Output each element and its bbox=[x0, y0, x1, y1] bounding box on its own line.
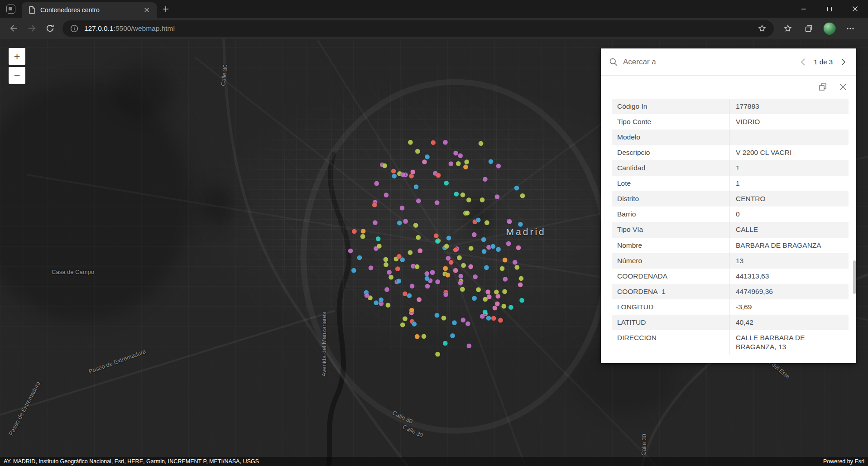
container-dot[interactable] bbox=[453, 151, 458, 156]
container-dot[interactable] bbox=[435, 279, 440, 284]
container-dot[interactable] bbox=[501, 304, 506, 309]
container-dot[interactable] bbox=[417, 248, 422, 253]
container-dot[interactable] bbox=[506, 241, 511, 246]
browser-tab[interactable]: Contenedores centro bbox=[22, 2, 157, 18]
container-dot[interactable] bbox=[480, 197, 484, 202]
bookmark-page-icon[interactable] bbox=[758, 24, 767, 33]
container-dot[interactable] bbox=[461, 263, 466, 268]
container-dot[interactable] bbox=[520, 193, 525, 198]
container-dot[interactable] bbox=[448, 161, 453, 166]
container-dot[interactable] bbox=[415, 264, 420, 269]
container-dot[interactable] bbox=[507, 219, 512, 224]
container-dot[interactable] bbox=[498, 318, 503, 323]
container-dot[interactable] bbox=[385, 303, 390, 307]
close-window-button[interactable] bbox=[842, 0, 868, 18]
container-dot[interactable] bbox=[384, 262, 388, 267]
container-dot[interactable] bbox=[494, 289, 499, 294]
close-popup-button[interactable] bbox=[839, 83, 847, 91]
container-dot[interactable] bbox=[416, 198, 421, 203]
container-dot[interactable] bbox=[460, 192, 465, 197]
container-dot[interactable] bbox=[374, 181, 379, 186]
container-dot[interactable] bbox=[463, 164, 468, 169]
container-dot[interactable] bbox=[503, 277, 508, 282]
container-dot[interactable] bbox=[458, 153, 463, 158]
dock-popup-button[interactable] bbox=[818, 82, 827, 91]
container-dot[interactable] bbox=[379, 298, 384, 303]
container-dot[interactable] bbox=[464, 159, 469, 164]
container-dot[interactable] bbox=[503, 258, 508, 263]
container-dot[interactable] bbox=[444, 181, 449, 186]
container-dot[interactable] bbox=[409, 307, 414, 312]
container-dot[interactable] bbox=[450, 333, 455, 338]
container-dot[interactable] bbox=[482, 249, 487, 254]
container-dot[interactable] bbox=[496, 247, 501, 252]
collections-button[interactable] bbox=[800, 20, 817, 37]
powered-by-esri-link[interactable]: Powered by Esri bbox=[823, 458, 864, 465]
container-dot[interactable] bbox=[489, 159, 494, 164]
container-dot[interactable] bbox=[481, 237, 486, 242]
container-dot[interactable] bbox=[388, 275, 393, 280]
container-dot[interactable] bbox=[443, 266, 448, 271]
container-dot[interactable] bbox=[443, 140, 448, 145]
container-dot[interactable] bbox=[430, 270, 435, 275]
container-dot[interactable] bbox=[417, 297, 422, 302]
container-dot[interactable] bbox=[415, 334, 420, 339]
container-dot[interactable] bbox=[518, 282, 523, 287]
container-dot[interactable] bbox=[484, 265, 489, 270]
container-dot[interactable] bbox=[412, 322, 417, 327]
container-dot[interactable] bbox=[458, 281, 463, 286]
container-dot[interactable] bbox=[443, 292, 448, 297]
container-dot[interactable] bbox=[514, 265, 519, 270]
container-dot[interactable] bbox=[441, 316, 446, 321]
container-dot[interactable] bbox=[473, 274, 478, 279]
container-dot[interactable] bbox=[445, 273, 450, 278]
container-dot[interactable] bbox=[387, 270, 392, 275]
next-feature-button[interactable] bbox=[838, 57, 848, 67]
container-dot[interactable] bbox=[469, 246, 474, 251]
container-dot[interactable] bbox=[446, 235, 451, 240]
container-dot[interactable] bbox=[415, 149, 420, 154]
container-dot[interactable] bbox=[466, 343, 471, 348]
container-dot[interactable] bbox=[410, 169, 415, 174]
container-dot[interactable] bbox=[401, 172, 406, 177]
container-dot[interactable] bbox=[376, 236, 381, 241]
container-dot[interactable] bbox=[456, 161, 461, 166]
container-dot[interactable] bbox=[416, 235, 421, 240]
container-dot[interactable] bbox=[397, 254, 402, 259]
container-dot[interactable] bbox=[483, 177, 488, 182]
previous-feature-button[interactable] bbox=[798, 57, 808, 67]
workspaces-button[interactable] bbox=[0, 0, 22, 18]
container-dot[interactable] bbox=[484, 220, 489, 225]
container-dot[interactable] bbox=[434, 313, 439, 318]
container-dot[interactable] bbox=[519, 298, 524, 303]
container-dot[interactable] bbox=[369, 265, 374, 270]
container-dot[interactable] bbox=[453, 247, 458, 252]
container-dot[interactable] bbox=[490, 244, 495, 249]
container-dot[interactable] bbox=[466, 197, 471, 202]
container-dot[interactable] bbox=[408, 250, 412, 255]
container-dot[interactable] bbox=[413, 223, 418, 228]
container-dot[interactable] bbox=[483, 297, 488, 302]
container-dot[interactable] bbox=[383, 257, 388, 262]
map-canvas[interactable]: MadridCasa de CampoAvenida del Manzanare… bbox=[0, 39, 868, 466]
container-dot[interactable] bbox=[514, 186, 519, 191]
container-dot[interactable] bbox=[485, 289, 490, 294]
container-dot[interactable] bbox=[408, 140, 413, 145]
minimize-button[interactable] bbox=[791, 0, 816, 18]
container-dot[interactable] bbox=[373, 220, 378, 225]
address-bar[interactable]: 127.0.0.1:5500/webmap.html bbox=[62, 20, 774, 37]
container-dot[interactable] bbox=[397, 221, 402, 226]
container-dot[interactable] bbox=[382, 163, 387, 168]
container-dot[interactable] bbox=[392, 173, 397, 178]
new-tab-button[interactable] bbox=[158, 0, 174, 18]
back-button[interactable] bbox=[5, 19, 23, 38]
container-dot[interactable] bbox=[476, 217, 481, 222]
container-dot[interactable] bbox=[483, 310, 488, 315]
container-dot[interactable] bbox=[435, 239, 440, 244]
container-dot[interactable] bbox=[496, 163, 501, 168]
site-info-icon[interactable] bbox=[70, 24, 79, 33]
container-dot[interactable] bbox=[486, 316, 491, 321]
container-dot[interactable] bbox=[435, 352, 440, 357]
container-dot[interactable] bbox=[403, 219, 408, 224]
container-dot[interactable] bbox=[403, 291, 408, 296]
